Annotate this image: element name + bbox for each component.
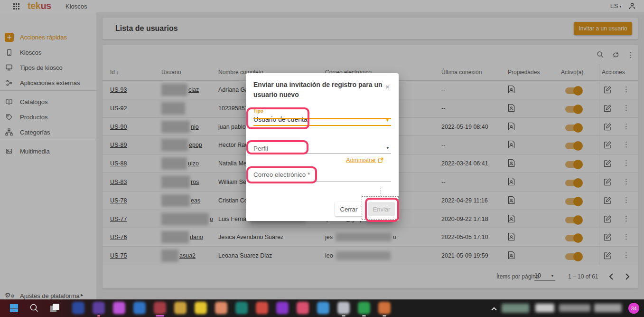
app-icon-7[interactable] [195,302,207,314]
app-icon-2[interactable] [93,302,105,314]
enviar-button[interactable]: Enviar [368,202,395,216]
app-icon-11[interactable] [276,302,289,314]
dialog-actions: Cerrar Enviar [246,202,399,216]
app-icon-5[interactable] [154,302,166,314]
chevron-down-icon: ▼ [385,118,390,123]
tray-icons-redacted [559,304,590,312]
invite-user-dialog: Enviar una invitación de registro para u… [246,73,399,221]
running-app-indicator [156,315,164,317]
app-icon-4[interactable] [133,302,146,314]
correo-underline [253,182,391,182]
app-icon-10[interactable] [256,302,268,314]
app-icon-8[interactable] [215,302,227,314]
close-icon[interactable]: × [385,83,390,91]
running-app-indicator [342,315,345,317]
cerrar-button[interactable]: Cerrar [335,202,363,216]
running-app-indicator [97,315,100,317]
task-view-icon[interactable] [50,304,60,312]
app-icon-1[interactable] [72,302,84,314]
app-icon-6[interactable] [174,302,187,314]
external-link-icon [378,157,383,163]
app-icon-3[interactable] [113,302,125,314]
clock-redacted[interactable] [535,304,554,312]
app-icon-14[interactable] [337,302,350,314]
perfil-underline [253,154,391,154]
correo-input[interactable]: Correo electrónico * [253,171,310,178]
perfil-select[interactable]: Perfil [253,145,268,152]
tipo-field-label: Tipo [253,108,263,114]
tipo-underline [253,118,391,119]
notification-badge[interactable]: 34 [628,303,639,314]
app-icon-16[interactable] [378,302,391,314]
dialog-title: Enviar una invitación de registro para u… [253,80,383,100]
tray-icons-redacted [594,304,622,312]
chevron-down-icon: ▼ [386,146,390,150]
app-icon-15[interactable] [358,302,370,314]
running-app-indicator [383,315,386,317]
app-icon-9[interactable] [235,302,248,314]
app-icon-12[interactable] [297,302,309,314]
running-app-indicator [362,315,366,317]
administrar-link[interactable]: Administrar [246,157,383,163]
app-icon-13[interactable] [317,302,329,314]
tray-chevron-up-icon[interactable] [491,305,497,313]
windows-taskbar [0,299,644,317]
search-icon[interactable] [29,303,39,315]
tipo-select[interactable]: Usuario de cuenta [253,115,308,123]
start-icon[interactable] [10,304,18,312]
tray-icons-redacted [502,304,529,313]
